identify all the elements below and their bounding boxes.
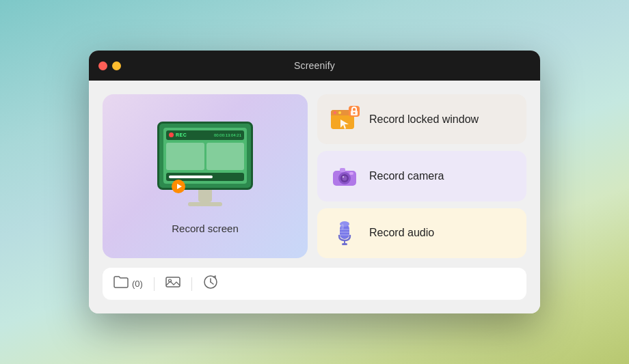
audio-svg (330, 219, 359, 247)
locked-window-label: Record locked window (369, 113, 479, 126)
svg-rect-15 (349, 172, 353, 175)
toolbar-gallery[interactable] (165, 275, 180, 292)
monitor-body: REC 00:00:13:04:21 (157, 122, 253, 190)
traffic-lights (98, 61, 121, 70)
svg-point-4 (338, 111, 341, 114)
progress-bar (169, 176, 213, 178)
app-window: Screenify REC 00:00:13:04:21 (89, 51, 540, 313)
svg-line-28 (211, 282, 213, 284)
svg-point-23 (341, 224, 344, 229)
rec-indicator (169, 132, 174, 137)
monitor-block-left (166, 143, 204, 170)
locked-window-icon-wrapper (330, 104, 360, 135)
monitor-screen: REC 00:00:13:04:21 (163, 128, 247, 184)
svg-point-3 (334, 111, 336, 114)
rec-bar: REC 00:00:13:04:21 (166, 130, 244, 140)
rec-timer: 00:00:13:04:21 (214, 133, 241, 137)
folder-svg (113, 275, 129, 289)
record-camera-card[interactable]: Record camera (317, 151, 526, 201)
folder-count: (0) (132, 279, 143, 289)
audio-icon (330, 218, 360, 248)
locked-window-icon (330, 104, 360, 135)
camera-label: Record camera (369, 170, 444, 182)
window-title: Screenify (294, 60, 335, 71)
svg-point-13 (343, 176, 344, 178)
record-screen-card[interactable]: REC 00:00:13:04:21 (103, 94, 308, 258)
record-locked-window-card[interactable]: Record locked window (317, 94, 526, 144)
divider-1 (154, 277, 155, 291)
svg-rect-24 (166, 277, 180, 287)
svg-point-8 (353, 112, 356, 114)
divider-2 (191, 277, 192, 291)
main-grid: REC 00:00:13:04:21 (103, 94, 526, 258)
monitor-stand (198, 190, 212, 202)
minimize-button[interactable] (112, 61, 121, 70)
locked-window-svg (330, 106, 360, 133)
monitor-block-right (206, 143, 245, 170)
toolbar-schedule[interactable] (203, 275, 218, 293)
svg-rect-14 (340, 168, 345, 172)
camera-svg (330, 162, 359, 191)
monitor-base (188, 202, 222, 206)
record-audio-card[interactable]: Record audio (317, 208, 526, 258)
schedule-icon (203, 275, 218, 293)
play-button (172, 180, 185, 193)
gallery-svg (165, 275, 180, 289)
close-button[interactable] (98, 61, 107, 70)
content-area: REC 00:00:13:04:21 (89, 81, 540, 313)
options-panel: Record locked window (317, 94, 526, 258)
monitor-illustration: REC 00:00:13:04:21 (157, 122, 253, 206)
clock-svg (203, 275, 218, 290)
monitor-content (166, 143, 244, 170)
record-screen-label: Record screen (172, 223, 239, 234)
toolbar-folder[interactable]: (0) (113, 275, 143, 292)
audio-label: Record audio (369, 227, 434, 239)
rec-text: REC (176, 132, 187, 137)
camera-icon (330, 161, 360, 191)
gallery-icon (165, 275, 180, 292)
folder-icon (113, 275, 129, 292)
bottom-toolbar: (0) (103, 268, 526, 300)
titlebar: Screenify (89, 51, 540, 81)
